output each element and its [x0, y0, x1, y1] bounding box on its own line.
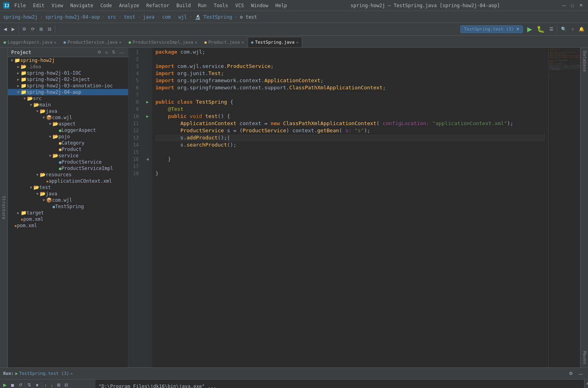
sidebar-settings[interactable]: ⚙ [96, 49, 103, 55]
menu-code[interactable]: Code [97, 2, 115, 9]
notifications[interactable]: 🔔 [577, 25, 586, 33]
tree-aspect[interactable]: ▼ 📂 aspect [8, 121, 128, 127]
breadcrumb-test[interactable]: test [124, 14, 135, 20]
tree-productserviceimpl[interactable]: ● ProductServiceImpl [8, 165, 128, 172]
tree-pojo[interactable]: ▼ 📂 pojo [8, 133, 128, 140]
run-expand[interactable]: ⊞ [55, 382, 62, 388]
settings-button[interactable]: ⚙ [20, 25, 28, 33]
scroll-up[interactable]: ▲ [585, 380, 587, 386]
collapse-16[interactable]: ◀ [143, 156, 152, 163]
tab-testspring[interactable]: ● TestSpring.java ✕ [248, 37, 302, 47]
run-panel-close[interactable]: — [576, 370, 585, 377]
code-content[interactable]: package com.wjl; import com.wjl.service.… [152, 48, 548, 367]
menu-edit[interactable]: Edit [30, 2, 48, 9]
tab-productservice[interactable]: ● ProductService.java ✕ [60, 37, 125, 47]
tree-target[interactable]: ▶ 📁 target [8, 210, 128, 216]
menu-refactor[interactable]: Refactor [143, 2, 173, 9]
tree-loggeraspect[interactable]: ● LoggerAspect [8, 127, 128, 133]
breadcrumb-wjl[interactable]: wjl [179, 14, 187, 20]
breadcrumb-com[interactable]: com [162, 14, 171, 20]
breadcrumb-class[interactable]: 🔬 TestSpring [195, 14, 232, 20]
breadcrumb-module[interactable]: spring-how2j-04-aop [45, 14, 100, 20]
tree-comwjl[interactable]: ▼ 📦 com.wjl [8, 114, 128, 121]
tab-loggeraspect[interactable]: ● LoggerAspect.java ✕ [0, 37, 60, 47]
git-button[interactable]: ⑂ [569, 26, 576, 33]
tree-annotation[interactable]: ▶ 📁 spring-how2j-03-annotation-ioc [8, 83, 128, 89]
tree-idea[interactable]: ▶ 📂 .idea [8, 64, 128, 70]
tree-ioc[interactable]: ▶ 📁 spring-how2j-01-IOC [8, 70, 128, 76]
minimize-button[interactable]: ─ [561, 2, 568, 9]
close-loggeraspect[interactable]: ✕ [54, 40, 56, 44]
tree-test-folder[interactable]: ▼ 📂 test [8, 184, 128, 191]
database-panel[interactable]: Database [580, 48, 588, 75]
menu-help[interactable]: Help [272, 2, 290, 9]
breadcrumb-method[interactable]: ⚙ test [240, 14, 257, 20]
breadcrumb-src[interactable]: src [107, 14, 116, 20]
tree-pom-root[interactable]: ▪ pom.xml [8, 222, 128, 229]
tree-pom-module[interactable]: ▪ pom.xml [8, 216, 128, 222]
menu-vcs[interactable]: VCS [232, 2, 247, 9]
structure-panel[interactable]: Structure [0, 48, 8, 367]
close-productservice[interactable]: ✕ [119, 40, 122, 44]
close-productserviceimpl[interactable]: ✕ [195, 40, 197, 44]
close-product[interactable]: ✕ [241, 40, 244, 44]
tree-resources[interactable]: ▼ 📂 resources [8, 172, 128, 178]
run-play-btn[interactable]: ▶ [2, 382, 8, 388]
tree-test-java[interactable]: ▼ 📂 java [8, 191, 128, 197]
run-sort-btn[interactable]: ⇅ [26, 382, 33, 388]
breadcrumb-project[interactable]: spring-how2j [3, 14, 38, 20]
tree-productservice[interactable]: ● ProductService [8, 159, 128, 165]
tree-test-comwjl[interactable]: ▼ 📦 com.wjl [8, 197, 128, 203]
tree-java[interactable]: ▼ 📂 java [8, 108, 128, 114]
tree-main[interactable]: ▼ 📂 main [8, 102, 128, 108]
expand-all[interactable]: ⊞ [37, 25, 45, 33]
menu-build[interactable]: Build [173, 2, 194, 9]
tree-aop[interactable]: ▼ 📁 spring-how2j-04-aop [8, 89, 128, 95]
close-testspring[interactable]: ✕ [296, 40, 299, 44]
tree-appcontext[interactable]: ▪ applicationCOntext.xml [8, 178, 128, 184]
run-next-fail[interactable]: ↓ [49, 382, 54, 388]
tree-product-class[interactable]: ● Product [8, 146, 128, 152]
run-stop-btn[interactable]: ⏹ [9, 382, 16, 388]
close-button[interactable]: ✕ [577, 2, 585, 9]
sidebar-sort[interactable]: ⇅ [111, 49, 116, 55]
back-button[interactable]: ◀ [2, 25, 9, 33]
forward-button[interactable]: ▶ [10, 25, 17, 33]
sync-button[interactable]: ⟳ [29, 25, 37, 33]
tree-spring-how2j[interactable]: ▼ 📁 spring-how2j [8, 57, 128, 64]
run-prev-fail[interactable]: ↑ [43, 382, 49, 388]
run-rerun-btn[interactable]: ↺ [17, 382, 24, 388]
search-everywhere[interactable]: 🔍 [559, 25, 569, 33]
tree-category[interactable]: ● Category [8, 140, 128, 146]
menu-view[interactable]: View [49, 2, 66, 9]
menu-run[interactable]: Run [195, 2, 210, 9]
breadcrumb-java[interactable]: java [143, 14, 155, 20]
run-marker-10[interactable]: ▶ [143, 113, 152, 120]
run-marker-8[interactable]: ▶ [143, 98, 152, 106]
sidebar-collapse[interactable]: — [118, 50, 125, 55]
maximize-button[interactable]: □ [569, 2, 576, 9]
run-config-tab[interactable]: ▶ TestSpring.test (3) ✕ [16, 371, 73, 376]
run-button[interactable]: ▶ [525, 24, 534, 34]
tree-testspring[interactable]: ● TestSpring [8, 203, 128, 210]
debug-button[interactable]: 🐛 [535, 24, 547, 34]
coverage-button[interactable]: ☰ [547, 25, 555, 33]
menu-analyze[interactable]: Analyze [116, 2, 142, 9]
maven-panel[interactable]: Maven [580, 348, 588, 367]
tree-src[interactable]: ▼ 📂 src [8, 95, 128, 102]
sidebar-expand[interactable]: ≡ [104, 50, 109, 55]
run-settings-btn[interactable]: ⚙ [567, 370, 575, 377]
tree-service[interactable]: ▼ 📂 service [8, 152, 128, 159]
collapse-all[interactable]: ⊟ [46, 25, 53, 33]
tab-product[interactable]: ● Product.java ✕ [201, 37, 248, 47]
run-collapse[interactable]: ⊟ [63, 382, 70, 388]
menu-file[interactable]: File [11, 2, 29, 9]
tree-inject[interactable]: ▶ 📁 spring-how2j-02-Inject [8, 76, 128, 83]
menu-navigate[interactable]: Navigate [67, 2, 97, 9]
run-config-label[interactable]: TestSpring.test (3) ▼ [460, 25, 523, 33]
run-filter-btn[interactable]: ▼ [33, 382, 41, 388]
menu-tools[interactable]: Tools [211, 2, 231, 9]
tab-productserviceimpl[interactable]: ● ProductServiceImpl.java ✕ [125, 37, 201, 47]
menu-window[interactable]: Window [248, 2, 271, 9]
run-tab-close[interactable]: ✕ [70, 371, 73, 376]
